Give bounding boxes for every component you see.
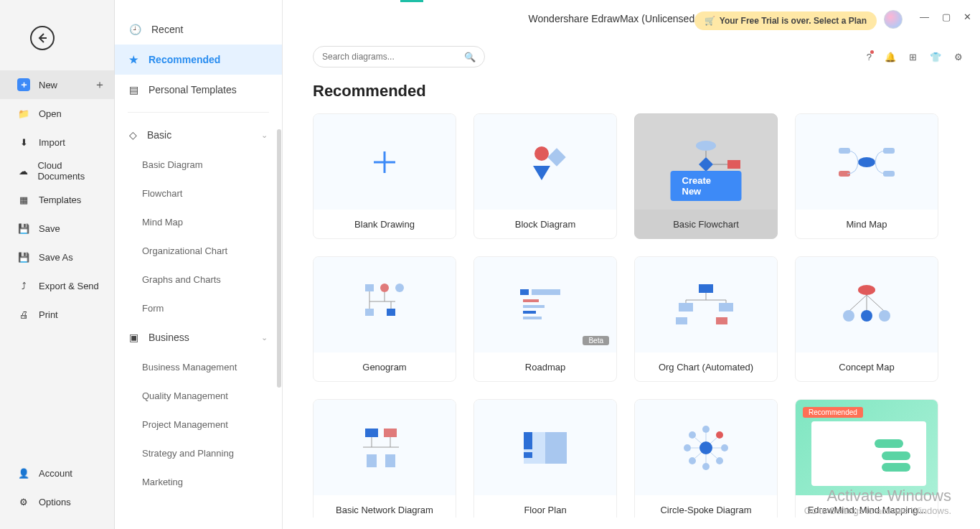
help-icon[interactable]: ?: [867, 52, 872, 62]
rail-item-save-as[interactable]: 💾 Save As: [0, 243, 114, 271]
svg-point-66: [716, 457, 723, 464]
personal-icon: ▤: [129, 84, 138, 95]
template-card[interactable]: Block Diagram: [473, 113, 617, 239]
bell-icon[interactable]: 🔔: [885, 52, 896, 62]
template-card[interactable]: BetaRoadmap: [473, 256, 617, 382]
sidebar-sub-mind-map[interactable]: Mind Map: [115, 207, 282, 236]
template-card[interactable]: Org Chart (Automated): [634, 256, 778, 382]
account-icon: 👤: [17, 468, 30, 479]
svg-rect-21: [365, 309, 374, 316]
svg-line-41: [849, 295, 867, 312]
import-icon: ⬇: [17, 137, 30, 148]
minimize-button[interactable]: —: [920, 11, 929, 22]
rail-item-cloud-documents[interactable]: ☁ Cloud Documents: [0, 156, 114, 185]
svg-rect-9: [727, 160, 740, 169]
template-card[interactable]: Mind Map: [795, 113, 938, 239]
card-thumb: Create New: [635, 114, 777, 210]
svg-point-5: [696, 141, 716, 151]
rail-label: Templates: [39, 195, 81, 205]
sidebar-sub-flowchart[interactable]: Flowchart: [115, 179, 282, 207]
trial-notice-button[interactable]: 🛒 Your Free Trial is over. Select a Plan: [694, 11, 877, 30]
rail-item-print[interactable]: 🖨 Print: [0, 300, 114, 329]
template-card[interactable]: Floor Plan: [473, 399, 617, 518]
search-box[interactable]: 🔍: [313, 46, 485, 67]
card-label: Roadmap: [474, 352, 616, 381]
print-icon: 🖨: [17, 309, 30, 320]
rail-item-account[interactable]: 👤 Account: [0, 459, 114, 487]
svg-marker-4: [533, 166, 550, 180]
rail-item-open[interactable]: 📁 Open: [0, 99, 114, 128]
sidebar-sub-marketing[interactable]: Marketing: [115, 467, 282, 496]
sidebar-sub-form[interactable]: Form: [115, 294, 282, 322]
sidebar-sub-project-management[interactable]: Project Management: [115, 410, 282, 439]
rail-label: Save As: [39, 252, 73, 263]
sidebar-sub-graphs-charts[interactable]: Graphs and Charts: [115, 265, 282, 294]
template-card[interactable]: Blank Drawing: [313, 113, 456, 239]
svg-rect-52: [367, 454, 377, 467]
avatar[interactable]: [884, 10, 903, 29]
sidebar-sub-organizational-chart[interactable]: Organizational Chart: [115, 236, 282, 265]
card-label: Basic Network Diagram: [314, 495, 456, 518]
rail-item-options[interactable]: ⚙ Options: [0, 487, 114, 516]
svg-point-2: [534, 146, 549, 161]
rail-item-import[interactable]: ⬇ Import: [0, 128, 114, 156]
sidebar-item-personal-templates[interactable]: ▤ Personal Templates: [115, 75, 282, 105]
svg-rect-56: [524, 452, 532, 458]
trial-notice-label: Your Free Trial is over. Select a Plan: [720, 16, 867, 26]
template-card[interactable]: Create NewBasic Flowchart: [634, 113, 778, 239]
sidebar-cat-basic[interactable]: ◇ Basic ⌄: [115, 120, 282, 150]
svg-point-62: [721, 444, 728, 451]
back-button[interactable]: [30, 26, 55, 50]
clock-icon: 🕘: [129, 24, 141, 35]
apps-icon[interactable]: ⊞: [909, 52, 917, 62]
rail-item-new[interactable]: ＋ New ＋: [0, 70, 114, 99]
card-thumb: [796, 257, 938, 352]
sidebar-scrollbar[interactable]: [277, 129, 281, 388]
svg-rect-38: [676, 317, 687, 324]
close-button[interactable]: ✕: [963, 11, 971, 22]
svg-point-65: [689, 457, 696, 464]
card-thumb: [635, 400, 777, 495]
sidebar-sub-basic-diagram[interactable]: Basic Diagram: [115, 150, 282, 179]
sidebar-sub-business-management[interactable]: Business Management: [115, 352, 282, 381]
svg-line-73: [695, 453, 701, 458]
svg-point-10: [858, 157, 875, 167]
rail-item-save[interactable]: 💾 Save: [0, 214, 114, 243]
search-input[interactable]: [322, 52, 464, 62]
card-thumb: [474, 400, 616, 495]
search-icon[interactable]: 🔍: [464, 52, 476, 62]
svg-line-71: [695, 438, 701, 443]
sidebar-cat-business[interactable]: ▣ Business ⌄: [115, 322, 282, 352]
template-card[interactable]: Concept Map: [795, 256, 938, 382]
sidebar-sub-strategy-planning[interactable]: Strategy and Planning: [115, 439, 282, 467]
svg-rect-3: [547, 148, 565, 166]
svg-point-58: [699, 441, 712, 454]
folder-icon: 📁: [17, 108, 30, 119]
rail-label: Print: [39, 309, 58, 320]
rail-item-templates[interactable]: ▦ Templates: [0, 185, 114, 214]
sidebar-item-recent[interactable]: 🕘 Recent: [115, 14, 282, 45]
star-icon: ★: [129, 54, 138, 65]
card-label: Concept Map: [796, 352, 938, 381]
settings-icon[interactable]: ⚙: [954, 52, 963, 62]
add-icon[interactable]: ＋: [94, 78, 105, 93]
primary-rail: ＋ New ＋ 📁 Open ⬇ Import ☁ Cloud Document…: [0, 0, 115, 529]
sidebar-item-recommended[interactable]: ★ Recommended: [115, 45, 282, 75]
titlebar: Wondershare EdrawMax (Unlicensed Version…: [283, 0, 980, 40]
template-card[interactable]: Circle-Spoke Diagram: [634, 399, 778, 518]
rail-label: Options: [39, 497, 71, 507]
card-label: Circle-Spoke Diagram: [635, 495, 777, 518]
template-card[interactable]: RecommendedEdrawMind: Mind Mapping...: [795, 399, 938, 518]
rail-label: Cloud Documents: [37, 160, 105, 182]
template-card[interactable]: Basic Network Diagram: [313, 399, 456, 518]
card-thumb: [314, 257, 456, 352]
card-thumb: [314, 400, 456, 495]
svg-point-45: [861, 310, 872, 322]
maximize-button[interactable]: ▢: [942, 11, 951, 22]
template-card[interactable]: Genogram: [313, 256, 456, 382]
rail-label: Export & Send: [39, 281, 99, 291]
create-new-button[interactable]: Create New: [671, 171, 742, 201]
sidebar-sub-quality-management[interactable]: Quality Management: [115, 381, 282, 410]
shirt-icon[interactable]: 👕: [930, 52, 941, 62]
rail-item-export-send[interactable]: ⤴ Export & Send: [0, 271, 114, 300]
